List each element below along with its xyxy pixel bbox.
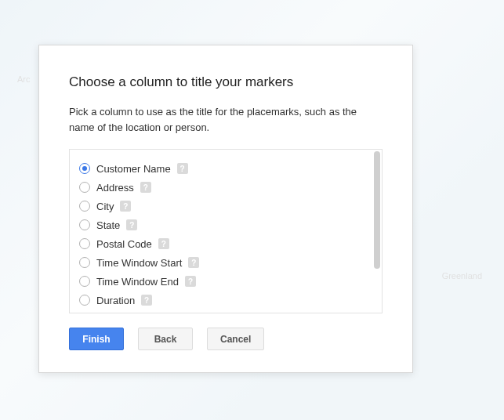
finish-button[interactable]: Finish (69, 328, 124, 350)
column-option[interactable]: Address? (79, 178, 368, 197)
column-option-label: State (96, 219, 120, 231)
radio-button[interactable] (79, 182, 90, 193)
help-icon[interactable]: ? (141, 295, 152, 306)
dialog-button-row: Finish Back Cancel (69, 328, 383, 350)
back-button[interactable]: Back (138, 328, 193, 350)
dialog-description: Pick a column to use as the title for th… (69, 104, 383, 135)
radio-button[interactable] (79, 276, 90, 287)
radio-button[interactable] (79, 201, 90, 212)
column-option[interactable]: Time Window Start? (79, 253, 368, 272)
help-icon[interactable]: ? (188, 257, 199, 268)
column-option[interactable]: Time Window End? (79, 272, 368, 291)
radio-button[interactable] (79, 163, 90, 174)
column-option-label: Duration (96, 295, 135, 306)
column-option-label: Customer Name (96, 163, 171, 175)
radio-button[interactable] (79, 257, 90, 268)
column-option-label: Time Window Start (96, 257, 182, 269)
column-options-listbox: Customer Name?Address?City?State?Postal … (69, 149, 383, 313)
radio-button[interactable] (79, 219, 90, 230)
help-icon[interactable]: ? (126, 219, 137, 230)
help-icon[interactable]: ? (120, 201, 131, 212)
column-option[interactable]: City? (79, 197, 368, 215)
help-icon[interactable]: ? (158, 238, 169, 249)
column-option-label: Address (96, 182, 134, 194)
dialog-title: Choose a column to title your markers (69, 74, 383, 90)
radio-button[interactable] (79, 295, 90, 306)
column-title-dialog: Choose a column to title your markers Pi… (38, 45, 413, 373)
help-icon[interactable]: ? (140, 182, 151, 193)
column-option[interactable]: Duration? (79, 291, 368, 310)
column-option-label: Time Window End (96, 276, 179, 288)
column-option-label: City (96, 201, 114, 212)
scrollbar-thumb[interactable] (374, 151, 380, 269)
column-option[interactable]: Postal Code? (79, 234, 368, 253)
help-icon[interactable]: ? (177, 163, 188, 174)
cancel-button[interactable]: Cancel (207, 328, 264, 350)
column-option[interactable]: State? (79, 215, 368, 234)
column-option[interactable]: Customer Name? (79, 159, 368, 178)
column-option-label: Postal Code (96, 238, 152, 250)
help-icon[interactable]: ? (185, 276, 196, 287)
radio-button[interactable] (79, 238, 90, 249)
